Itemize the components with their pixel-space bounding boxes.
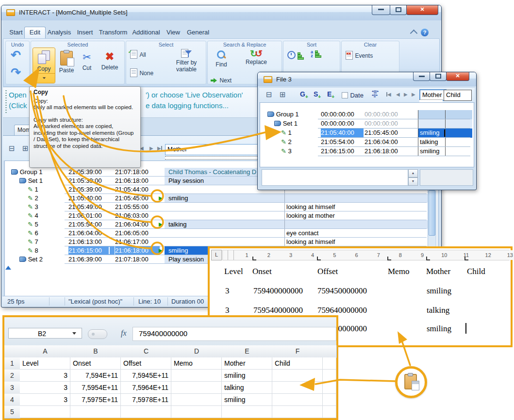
play-icon[interactable]: ▶ [159, 247, 163, 254]
collapse-all-icon[interactable]: ⊟ [266, 90, 272, 99]
add-set-icon[interactable]: S+ [314, 90, 321, 99]
tree-label[interactable]: 7 [35, 238, 38, 245]
cell-b5[interactable] [70, 406, 121, 418]
fx-icon[interactable]: fx [121, 329, 127, 338]
tabstop-icon[interactable] [317, 257, 321, 260]
onset-cell[interactable]: 21:06:39:00 [68, 255, 115, 264]
tab-selector-icon[interactable]: L [211, 250, 222, 260]
tree-label[interactable]: 2 [288, 138, 292, 145]
tree-label[interactable]: 5 [35, 221, 38, 228]
memo-box[interactable] [262, 169, 408, 186]
offset-cell[interactable]: 21:05:45:00 [115, 194, 160, 203]
prev-arrow-icon[interactable]: ◀ [396, 92, 400, 97]
onset-cell[interactable]: 21:06:15:00 [321, 147, 364, 156]
cell-g4[interactable] [323, 394, 336, 406]
tab-start[interactable]: Start [5, 27, 27, 38]
table-row-7[interactable]: ✎ 7 21:06:13:00 21:06:17:00 looking at h… [5, 238, 427, 246]
redo-icon[interactable]: ↷ [11, 66, 21, 78]
tab-additional[interactable]: Additional [130, 27, 163, 38]
cell-a3[interactable]: 3 [20, 382, 70, 394]
sort-by-time-button[interactable] [287, 51, 303, 61]
child-cell[interactable]: looking at himself [284, 238, 432, 246]
cell-c3[interactable]: 7,5964E+11 [121, 382, 171, 394]
cell-e4[interactable]: smiling [222, 394, 272, 406]
tree-label[interactable]: 4 [35, 212, 38, 219]
memo-spin-down[interactable]: ▼ [408, 178, 418, 186]
mother-cell[interactable] [418, 119, 447, 129]
tree-label[interactable]: 2 [35, 194, 38, 202]
collapse-all-icon[interactable]: ⊟ [9, 144, 15, 153]
cell-b2[interactable]: 7,594E+11 [70, 370, 121, 382]
offset-cell[interactable]: 21:06:18:00 [115, 246, 160, 255]
cell-g3[interactable] [323, 382, 336, 394]
last-arrow-icon[interactable]: ▶ [157, 145, 162, 151]
first-arrow-icon[interactable]: ◀ [386, 92, 391, 97]
cell-b3[interactable]: 7,5954E+11 [70, 382, 121, 394]
annotation-cell[interactable] [165, 238, 288, 246]
tree-label[interactable]: Set 2 [28, 256, 43, 263]
cell-c5[interactable] [121, 406, 171, 418]
name-box[interactable]: B2 [8, 328, 82, 339]
cell-b4[interactable]: 7,5975E+11 [70, 394, 121, 406]
file3-row-3[interactable]: ✎ 3 21:06:15:00 21:06:18:00 smiling [261, 147, 473, 156]
offset-cell[interactable]: 21:05:44:00 [115, 185, 160, 194]
offset-cell[interactable]: 21:05:55:00 [115, 203, 160, 211]
child-cell[interactable]: looking at mother [284, 211, 432, 220]
table-scrollbar-thumb[interactable] [429, 190, 435, 236]
cell-d1[interactable]: Memo [171, 357, 222, 370]
table-row-6[interactable]: ✎ 6 21:06:04:00 21:06:05:00 eye contact [5, 229, 427, 238]
table-row-4[interactable]: ✎ 4 21:06:01:00 21:06:03:00 looking at m… [5, 211, 427, 220]
cell-e1[interactable]: Mother [222, 357, 272, 370]
cell-f2[interactable] [272, 370, 323, 382]
onset-cell[interactable]: 21:05:40:00 [68, 194, 115, 203]
sort-alpha-button[interactable]: az [311, 50, 321, 59]
tree-label[interactable]: 1 [35, 186, 38, 193]
cell-c2[interactable]: 7,5945E+11 [121, 370, 171, 382]
annotation-cell[interactable] [165, 229, 288, 238]
cell-f1[interactable]: Child [272, 357, 323, 370]
onset-cell[interactable]: 21:05:39:00 [68, 185, 115, 194]
col-header-e[interactable]: E [222, 345, 273, 358]
select-all-corner[interactable] [4, 345, 20, 358]
annotation-cell[interactable]: talking [165, 220, 288, 229]
file3-row-set1[interactable]: Set 1 00:00:00:00 00:00:00:00 [261, 119, 473, 129]
file3-row-group1[interactable]: Group 1 00:00:00:00 00:00:00:00 [261, 110, 473, 119]
offset-cell[interactable]: 00:00:00:00 [365, 119, 405, 129]
row-header-2[interactable]: 2 [4, 370, 20, 382]
tabstop-icon[interactable] [387, 257, 391, 260]
undo-icon[interactable]: ↶ [11, 49, 21, 61]
cell-f5[interactable] [272, 406, 323, 418]
paste-button[interactable]: Paste [56, 50, 77, 80]
cell-d5[interactable] [171, 406, 222, 418]
onset-cell[interactable]: 21:06:13:00 [68, 238, 115, 246]
offset-cell[interactable]: 21:06:04:00 [365, 138, 405, 147]
table-row-2[interactable]: ✎ 2 21:05:40:00 21:05:45:00 ▶ smiling [5, 194, 427, 203]
replace-button[interactable]: ↻↺ Replace [242, 49, 271, 72]
filter-by-variable-button[interactable]: Filter by variable [169, 48, 204, 82]
col-header-a[interactable]: A [20, 345, 71, 358]
offset-cell[interactable]: 21:07:18:00 [115, 168, 160, 177]
col-header-f[interactable]: F [272, 345, 323, 358]
onset-cell[interactable]: 21:06:15:00 [68, 246, 115, 255]
play-icon[interactable]: ▶ [159, 195, 163, 201]
cell-d4[interactable] [171, 394, 222, 406]
offset-cell[interactable]: 21:06:18:00 [365, 147, 405, 156]
onset-cell[interactable]: 21:05:49:00 [68, 203, 115, 211]
cell-d2[interactable] [171, 370, 222, 382]
cell-c4[interactable]: 7,5978E+11 [121, 394, 171, 406]
child-cell[interactable] [445, 110, 472, 119]
cell-g1[interactable] [323, 357, 336, 370]
checkbox-icon[interactable] [342, 92, 348, 98]
child-cell[interactable]: looking at himself [284, 203, 432, 211]
col-header-b[interactable]: B [70, 345, 121, 358]
expand-all-icon[interactable]: ⊞ [280, 90, 286, 99]
tabstop-icon[interactable] [426, 257, 430, 260]
select-all-button[interactable]: All [130, 50, 146, 61]
row-header-1[interactable]: 1 [4, 357, 20, 370]
cell-d3[interactable] [171, 382, 222, 394]
onset-cell[interactable]: 21:05:40:00 [321, 129, 364, 138]
child-cell[interactable] [445, 119, 472, 129]
cell-f4[interactable] [272, 394, 323, 406]
onset-cell[interactable]: 21:05:54:00 [68, 220, 115, 229]
offset-cell[interactable]: 21:06:03:00 [115, 211, 160, 220]
